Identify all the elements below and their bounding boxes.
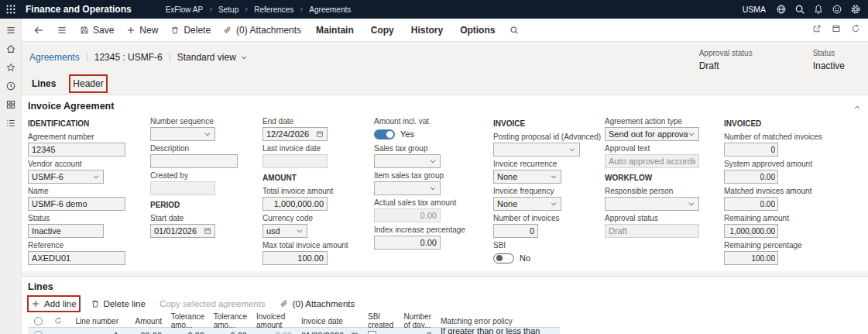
breadcrumb-item-references[interactable]: References <box>254 5 293 14</box>
calendar-icon[interactable] <box>351 332 359 334</box>
end-date-field[interactable]: 12/24/2026 <box>262 127 328 141</box>
invoice-frequency-value: None <box>497 199 517 208</box>
new-button[interactable]: New <box>122 19 162 41</box>
open-in-new-window-icon[interactable] <box>832 24 841 36</box>
description-field[interactable] <box>150 154 238 168</box>
settings-icon[interactable] <box>850 4 861 15</box>
notifications-icon[interactable] <box>813 4 824 15</box>
cell-invoice-date[interactable]: 01/30/2026 <box>297 328 363 334</box>
vendor-account-select[interactable]: USMF-6 <box>28 170 104 184</box>
recent-icon[interactable] <box>5 81 16 91</box>
back-button[interactable] <box>29 19 48 41</box>
breadcrumb-item-exflow[interactable]: ExFlow AP <box>166 5 203 14</box>
copy-menu[interactable]: Copy <box>365 19 400 41</box>
col-header-invoiced-amount[interactable]: Invoiced amount <box>252 315 297 328</box>
col-header-tolerance-2[interactable]: Tolerance amo... <box>209 315 252 328</box>
remaining-amount-label: Remaining amount <box>724 214 840 222</box>
agreement-number-field[interactable]: 12345 <box>28 143 125 157</box>
calendar-icon[interactable] <box>316 130 324 138</box>
breadcrumb-item-setup[interactable]: Setup <box>218 5 238 14</box>
attachments-button[interactable]: (0) Attachments <box>219 19 305 41</box>
col-header-line-number[interactable]: Line number <box>67 315 123 328</box>
status-field[interactable]: Inactive <box>28 224 104 238</box>
delete-line-button[interactable]: Delete line <box>91 299 146 308</box>
cell-amount[interactable]: 99.00 <box>123 328 166 334</box>
options-menu[interactable]: Options <box>454 19 501 41</box>
sales-tax-group-select[interactable] <box>374 154 441 168</box>
total-invoice-amount-value: 1,000,000.00 <box>274 199 324 208</box>
workspaces-icon[interactable] <box>5 118 16 129</box>
total-invoice-amount-field[interactable]: 1,000,000.00 <box>262 197 328 211</box>
favorites-icon[interactable] <box>5 62 16 73</box>
calendar-icon[interactable] <box>204 227 211 235</box>
sbi-toggle[interactable] <box>493 253 514 263</box>
cell-matching-error-policy[interactable]: If greater than or less than t... <box>436 328 560 334</box>
row-selector[interactable] <box>34 331 43 334</box>
responsible-person-select[interactable] <box>605 197 699 211</box>
workflow-approval-status-label: Approval status <box>605 214 699 222</box>
amount-incl-vat-toggle[interactable] <box>374 129 395 139</box>
group-workflow: WORKFLOW <box>605 174 699 182</box>
name-field[interactable]: USMF-6 demo <box>28 197 125 211</box>
max-total-invoice-amount-field[interactable]: 100.00 <box>262 251 328 265</box>
cell-line-number[interactable]: 1 <box>67 328 123 334</box>
reference-field[interactable]: AXEDU01 <box>28 251 125 265</box>
cell-tolerance-2[interactable]: 0.00 <box>209 328 252 334</box>
start-date-field[interactable]: 01/01/2026 <box>150 224 215 238</box>
save-button[interactable]: Save <box>76 19 118 41</box>
number-sequence-select[interactable] <box>150 127 215 141</box>
agreements-breadcrumb-link[interactable]: Agreements <box>29 52 80 63</box>
home-icon[interactable] <box>5 43 16 54</box>
agreement-number-value: 12345 <box>32 145 56 154</box>
number-of-invoices-field[interactable]: 0 <box>493 224 538 238</box>
cell-number-of-days[interactable]: 3 <box>400 328 436 334</box>
modules-icon[interactable] <box>5 99 16 110</box>
select-all-icon[interactable] <box>34 317 43 325</box>
col-header-tolerance-1[interactable]: Tolerance amo... <box>166 315 209 328</box>
add-line-label: Add line <box>44 299 77 308</box>
collapse-section-icon[interactable] <box>853 101 861 115</box>
popout-icon[interactable] <box>812 24 822 36</box>
tab-lines[interactable]: Lines <box>32 78 56 89</box>
status-field-label: Status <box>28 214 125 222</box>
lines-attachments-button[interactable]: (0) Attachments <box>280 299 355 308</box>
breadcrumb-item-agreements[interactable]: Agreements <box>309 5 351 14</box>
collapse-pane-button[interactable] <box>53 19 71 41</box>
action-search-icon[interactable] <box>506 19 523 41</box>
max-total-invoice-amount-value: 100.00 <box>297 253 324 263</box>
reference-label: Reference <box>28 241 125 250</box>
chevron-right-icon <box>298 6 304 12</box>
agreement-action-type-select[interactable]: Send out for approval <box>605 127 699 141</box>
index-increase-percentage-value: 0.00 <box>420 238 437 247</box>
view-selector[interactable]: Standard view <box>177 52 248 63</box>
company-selector[interactable]: USMA <box>743 5 766 14</box>
col-header-sbi-created[interactable]: SBI created <box>363 315 400 328</box>
table-row[interactable]: 1 99.00 0.00 0.00 0.00 01/30/2026 3 If g… <box>28 328 560 334</box>
environment-icon[interactable] <box>776 4 787 15</box>
invoice-frequency-select[interactable]: None <box>493 197 561 211</box>
refresh-icon[interactable] <box>851 24 860 36</box>
col-header-number-of-days[interactable]: Number of day... <box>400 315 436 328</box>
waffle-icon[interactable] <box>5 4 16 15</box>
plus-icon <box>126 26 136 35</box>
end-date-label: End date <box>262 117 349 126</box>
col-header-invoice-date[interactable]: Invoice date <box>297 315 363 328</box>
sbi-created-checkbox[interactable] <box>368 331 376 334</box>
feedback-icon[interactable] <box>832 4 842 15</box>
add-line-button[interactable]: Add line <box>31 299 77 308</box>
number-of-matched-invoices-label: Number of matched invoices <box>724 133 840 141</box>
invoice-recurrence-select[interactable]: None <box>493 170 561 184</box>
posting-proposal-id-select[interactable] <box>493 143 580 157</box>
search-icon[interactable] <box>794 4 805 15</box>
item-sales-tax-group-select[interactable] <box>374 181 441 195</box>
cell-tolerance-1[interactable]: 0.00 <box>166 328 209 334</box>
index-increase-percentage-field[interactable]: 0.00 <box>374 236 441 250</box>
delete-button[interactable]: Delete <box>166 19 214 41</box>
tab-header[interactable]: Header <box>73 78 103 89</box>
history-menu[interactable]: History <box>405 19 449 41</box>
hamburger-icon[interactable] <box>5 25 16 36</box>
sync-icon[interactable] <box>54 317 62 325</box>
col-header-amount[interactable]: Amount <box>123 315 166 328</box>
currency-code-select[interactable]: usd <box>262 224 307 238</box>
maintain-menu[interactable]: Maintain <box>310 19 360 41</box>
